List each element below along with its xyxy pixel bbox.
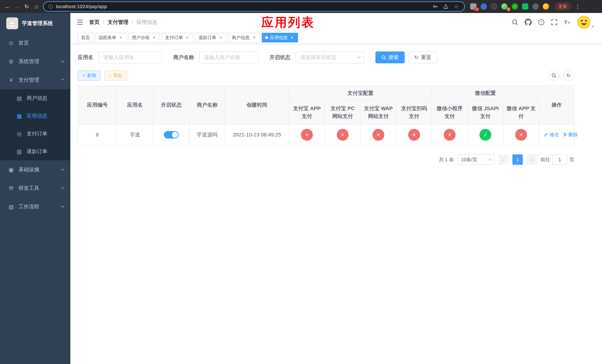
merchant-name-input[interactable] <box>199 52 258 63</box>
status-toggle[interactable] <box>164 131 179 139</box>
sidebar-item-workflow[interactable]: ▧ 工作流程 <box>0 197 70 216</box>
app-table: 应用编号 应用名 开启状态 商户名称 创建时间 支付宝配置 微信配置 操作 支付… <box>78 86 575 146</box>
forward-icon[interactable]: → <box>13 2 22 11</box>
search-button[interactable]: 搜索 <box>376 52 405 63</box>
back-icon[interactable]: ← <box>3 2 12 11</box>
main-area: 首页 / 支付管理 / 应用信息 应用列表 ? <box>70 13 602 364</box>
close-icon[interactable]: × <box>218 35 223 40</box>
close-icon[interactable]: × <box>151 35 157 40</box>
close-icon[interactable]: × <box>185 35 190 40</box>
home-icon[interactable]: ⌂ <box>32 2 41 11</box>
site-info-icon[interactable]: ⓘ <box>48 3 53 10</box>
browser-menu-icon[interactable]: ⋮ <box>575 3 580 10</box>
col-alipay-app: 支付宝 APP 支付 <box>289 101 325 124</box>
svg-text:T: T <box>568 21 570 25</box>
dashboard-icon: ⊙ <box>7 40 15 46</box>
breadcrumb-current: 应用信息 <box>137 19 157 26</box>
close-icon[interactable]: × <box>290 35 295 40</box>
col-wx-mini: 微信小程序支付 <box>432 101 467 124</box>
col-group-wechat: 微信配置 <box>432 86 539 101</box>
sidebar-item-merchant-info[interactable]: ▤ 商户信息 <box>0 89 70 107</box>
close-icon[interactable]: × <box>251 35 257 40</box>
next-page-button[interactable]: › <box>527 154 537 165</box>
col-created: 创建时间 <box>225 86 289 124</box>
address-bar[interactable]: ⓘ localhost:1024/pay/app ☆ <box>43 1 465 12</box>
svg-text:?: ? <box>540 20 542 24</box>
breadcrumb: 首页 / 支付管理 / 应用信息 <box>89 19 157 26</box>
monitor-icon: ▣ <box>7 166 15 173</box>
bookmark-star-icon[interactable]: ☆ <box>452 3 460 10</box>
goto-page-input[interactable] <box>552 154 567 165</box>
chevron-down-icon <box>358 55 361 58</box>
page-size-select[interactable]: 10条/页 <box>458 154 495 165</box>
tab-user-group[interactable]: 用户分组× <box>129 33 160 43</box>
sidebar-item-infrastructure[interactable]: ▣ 基础设施 <box>0 160 70 179</box>
app-logo <box>6 17 18 29</box>
current-page-button[interactable]: 1 <box>512 154 523 165</box>
tab-process-form[interactable]: 流程表单× <box>95 33 127 43</box>
sidebar-collapse-icon[interactable] <box>76 19 84 26</box>
status-select[interactable]: 请选择开启状态 <box>295 52 364 63</box>
cell-app-id: 6 <box>78 124 117 145</box>
sidebar-item-pay-orders[interactable]: ◎ 支付订单 <box>0 125 70 143</box>
sidebar-item-payment[interactable]: ¥ 支付管理 <box>0 71 70 89</box>
tab-app-info[interactable]: 应用信息× <box>262 33 298 43</box>
font-size-icon[interactable]: TT <box>564 19 571 26</box>
col-group-alipay: 支付宝配置 <box>289 86 432 101</box>
tab-pay-orders[interactable]: 支付订单× <box>162 33 193 43</box>
breadcrumb-payment[interactable]: 支付管理 <box>108 19 129 26</box>
tab-refund-orders[interactable]: 退款订单× <box>195 33 226 43</box>
browser-toolbar: ← → ↻ ⌂ ⓘ localhost:1024/pay/app ☆ 10 1 … <box>0 0 602 13</box>
sidebar-item-refund-orders[interactable]: ▥ 退款订单 <box>0 143 70 160</box>
alipay-pc-status-icon: × <box>337 129 349 141</box>
extension-icon-5[interactable]: ✓ <box>512 3 518 10</box>
sidebar-item-app-info[interactable]: ▦ 应用信息 <box>0 107 70 125</box>
toggle-search-button[interactable] <box>548 70 559 81</box>
sidebar-item-home[interactable]: ⊙ 首页 <box>0 34 70 52</box>
pencil-icon <box>544 132 548 137</box>
key-icon[interactable] <box>432 4 439 9</box>
sidebar-item-system[interactable]: ⚙ 系统管理 <box>0 52 70 71</box>
help-icon[interactable]: ? <box>538 19 545 26</box>
edit-link[interactable]: 修改 <box>544 131 559 138</box>
extension-icon-8[interactable] <box>543 3 549 10</box>
prev-page-button[interactable]: ‹ <box>498 154 509 165</box>
coin-icon: ◎ <box>16 130 23 137</box>
document-icon: ▥ <box>16 148 23 155</box>
table-toolbar: + 新增 ↓ 导出 ↻ <box>78 70 574 81</box>
reload-icon[interactable]: ↻ <box>22 2 31 11</box>
tab-home[interactable]: 首页 <box>78 33 93 43</box>
delete-link[interactable]: 删除 <box>563 131 578 138</box>
sidebar-item-dev-tools[interactable]: ⚒ 研发工具 <box>0 179 70 197</box>
extension-icon-6[interactable] <box>522 3 528 10</box>
col-alipay-pc: 支付宝 PC 网站支付 <box>325 101 360 124</box>
extension-icon-3[interactable] <box>491 3 497 10</box>
share-icon[interactable] <box>442 4 450 9</box>
export-button[interactable]: ↓ 导出 <box>104 70 127 81</box>
pagination: 共 1 条 10条/页 ‹ 1 › 前往 页 <box>78 154 574 165</box>
refresh-table-button[interactable]: ↻ <box>563 70 574 81</box>
reset-button[interactable]: ↻ 重置 <box>408 52 437 63</box>
fullscreen-icon[interactable] <box>551 19 558 26</box>
user-avatar[interactable]: ▾ <box>577 16 594 29</box>
app-name-label: 应用名 <box>78 54 93 61</box>
extension-icon-1[interactable]: 10 <box>470 3 476 10</box>
wx-mini-status-icon: × <box>444 129 456 141</box>
download-icon: ↓ <box>109 73 111 78</box>
extension-icon-7[interactable] <box>532 3 539 10</box>
breadcrumb-home[interactable]: 首页 <box>89 19 100 26</box>
extension-icon-2[interactable] <box>481 3 487 10</box>
browser-update-button[interactable]: 更新 <box>554 2 571 11</box>
goto-suffix: 页 <box>570 156 574 163</box>
add-button[interactable]: + 新增 <box>78 70 101 81</box>
url-text[interactable]: localhost:1024/pay/app <box>56 4 429 10</box>
extension-icon-4[interactable]: 1 <box>501 3 508 10</box>
trash-icon <box>563 132 567 137</box>
app-title: 芋道管理系统 <box>22 20 53 27</box>
github-icon[interactable] <box>525 19 532 26</box>
search-icon[interactable] <box>512 19 518 26</box>
chevron-down-icon <box>61 186 64 189</box>
app-name-input[interactable] <box>98 52 162 63</box>
tab-merchant-info[interactable]: 商户信息× <box>228 33 260 43</box>
close-icon[interactable]: × <box>118 35 123 40</box>
